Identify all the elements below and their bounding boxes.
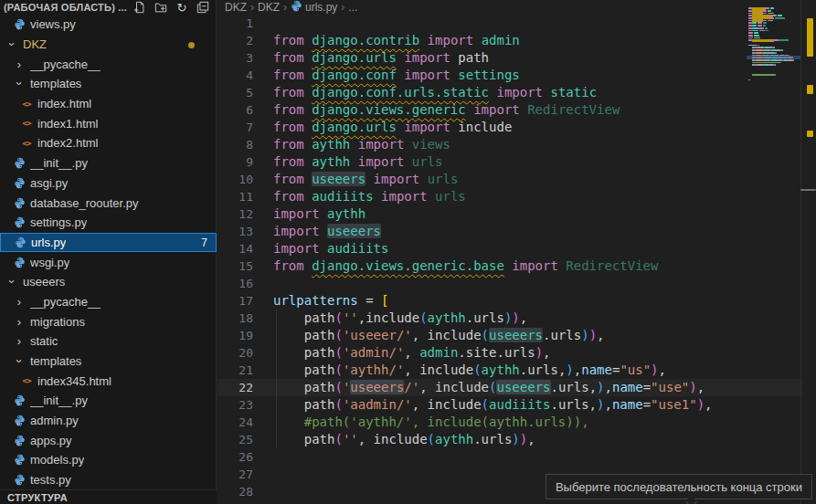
file-label: templates: [30, 354, 81, 368]
tree-file-settings.py[interactable]: settings.py: [0, 213, 217, 233]
line-number[interactable]: 2: [217, 32, 253, 49]
line-number[interactable]: 4: [217, 67, 253, 84]
line-number[interactable]: 23: [217, 396, 253, 414]
outline-section-label: СТРУКТУРА: [7, 492, 68, 503]
line-number[interactable]: 5: [217, 84, 253, 101]
breadcrumb-item[interactable]: urls.py: [305, 1, 337, 14]
code-line-8[interactable]: 8from aythh import views: [217, 136, 802, 153]
code-line-21[interactable]: 21 path('aythh/', include(aythh.urls,),n…: [217, 362, 802, 379]
code-line-23[interactable]: 23 path('aadmin/', include(audiiits.urls…: [217, 396, 802, 414]
tree-file-index.html[interactable]: <>index.html: [0, 94, 217, 114]
line-number[interactable]: 24: [217, 414, 253, 431]
tree-folder-static[interactable]: ›static: [0, 331, 217, 352]
code-line-7[interactable]: 7from django.urls import include: [217, 119, 802, 136]
code-line-2[interactable]: 2from django.contrib import admin: [217, 32, 802, 49]
file-label: models.py: [30, 453, 84, 467]
tree-file-wsgi.py[interactable]: wsgi.py: [0, 252, 217, 272]
refresh-icon[interactable]: ↻: [175, 0, 189, 15]
tree-file-urls.py[interactable]: urls.py7: [0, 233, 217, 253]
code-line-9[interactable]: 9from aythh import urls: [217, 153, 802, 171]
tree-file-tests.py[interactable]: tests.py: [0, 470, 217, 490]
tree-folder-__pycache__[interactable]: ›__pycache__: [0, 292, 217, 312]
code-line-12[interactable]: 12import aythh: [217, 205, 802, 223]
line-number[interactable]: 26: [217, 448, 253, 466]
new-file-icon[interactable]: [132, 0, 147, 15]
tree-file-__init__.py[interactable]: __init__.py: [0, 391, 217, 411]
minimap-line: [770, 7, 774, 9]
line-number[interactable]: 13: [217, 223, 253, 240]
line-number[interactable]: 15: [217, 257, 253, 275]
code-line-22[interactable]: 22 path('useeers/', include(useeers.urls…: [217, 379, 802, 396]
code-area[interactable]: 12from django.contrib import admin3from …: [217, 15, 802, 500]
code-line-15[interactable]: 15from django.views.generic.base import …: [217, 257, 802, 275]
line-number[interactable]: 28: [217, 483, 253, 500]
line-number[interactable]: 25: [217, 431, 253, 448]
code-line-16[interactable]: 16: [217, 275, 802, 292]
line-number[interactable]: 27: [217, 466, 253, 483]
line-number[interactable]: 8: [217, 136, 253, 153]
collapse-all-icon[interactable]: [196, 0, 210, 15]
tree-folder-DKZ[interactable]: ›DKZ: [0, 35, 217, 55]
minimap-line: [754, 35, 759, 37]
line-number[interactable]: 17: [217, 292, 253, 310]
tree-file-admin.py[interactable]: admin.py: [0, 411, 217, 431]
overview-ruler-scrollbar[interactable]: [800, 0, 816, 504]
line-number[interactable]: 18: [217, 310, 253, 327]
line-number[interactable]: 22: [217, 379, 253, 396]
tree-folder-templates[interactable]: ›templates: [0, 74, 217, 94]
line-number[interactable]: 7: [217, 119, 253, 136]
line-number[interactable]: 9: [217, 153, 253, 171]
new-folder-icon[interactable]: [154, 0, 168, 15]
tree-file-models.py[interactable]: models.py: [0, 450, 217, 470]
editor-pane[interactable]: DKZ›DKZ›urls.py›... 12from django.contri…: [217, 0, 816, 504]
tree-folder-migrations[interactable]: ›migrations: [0, 311, 217, 331]
tree-file-index1.html[interactable]: <>index1.html: [0, 113, 217, 133]
code-line-6[interactable]: 6from django.views.generic import Redire…: [217, 101, 802, 119]
workspace-section-header[interactable]: (РАБОЧАЯ ОБЛАСТЬ) ... ↻: [0, 0, 217, 15]
code-line-10[interactable]: 10from useeers import urls: [217, 171, 802, 188]
outline-section-header[interactable]: СТРУКТУРА: [0, 489, 217, 504]
breadcrumb-item[interactable]: DKZ: [225, 1, 247, 14]
code-line-26[interactable]: 26: [217, 448, 802, 466]
breadcrumb-item[interactable]: DKZ: [258, 1, 280, 14]
line-number[interactable]: 14: [217, 240, 253, 257]
tree-file-asgi.py[interactable]: asgi.py: [0, 173, 217, 194]
minimap-line: [752, 74, 776, 76]
line-number[interactable]: 20: [217, 344, 253, 362]
code-line-19[interactable]: 19 path('useeer/', include(useeers.urls)…: [217, 327, 802, 344]
line-number[interactable]: 11: [217, 188, 253, 205]
code-line-14[interactable]: 14import audiiits: [217, 240, 802, 257]
line-number[interactable]: 3: [217, 49, 253, 67]
line-number[interactable]: 10: [217, 171, 253, 188]
line-number[interactable]: 1: [217, 15, 253, 32]
tree-file-database_roouter.py[interactable]: database_roouter.py: [0, 193, 217, 213]
code-line-5[interactable]: 5from django.conf.urls.static import sta…: [217, 84, 802, 101]
tree-file-apps.py[interactable]: apps.py: [0, 430, 217, 450]
tree-folder-__pycache__[interactable]: ›__pycache__: [0, 54, 217, 74]
code-line-4[interactable]: 4from django.conf import settings: [217, 67, 802, 84]
breadcrumb-item[interactable]: ...: [348, 1, 357, 14]
line-number[interactable]: 21: [217, 362, 253, 379]
line-number[interactable]: 6: [217, 101, 253, 119]
code-line-24[interactable]: 24 #path('aythh/', include(aythh.urls)),: [217, 414, 802, 431]
minimap[interactable]: [747, 2, 800, 221]
line-number[interactable]: 19: [217, 327, 253, 344]
code-line-13[interactable]: 13import useeers: [217, 223, 802, 240]
tree-folder-templates[interactable]: ›templates: [0, 352, 217, 372]
tree-file-index2.html[interactable]: <>index2.html: [0, 133, 217, 153]
code-line-25[interactable]: 25 path('', include(aythh.urls)),: [217, 431, 802, 448]
line-number[interactable]: 12: [217, 205, 253, 223]
tree-file-index345.html[interactable]: <>index345.html: [0, 371, 217, 391]
code-line-20[interactable]: 20 path('admin/', admin.site.urls),: [217, 344, 802, 362]
code-line-18[interactable]: 18 path('',include(aythh.urls)),: [217, 310, 802, 327]
minimap-line: [748, 45, 758, 47]
tree-folder-useeers[interactable]: ›useeers: [0, 272, 217, 292]
tree-file-views.py[interactable]: views.py: [0, 15, 217, 35]
line-number[interactable]: 16: [217, 275, 253, 292]
code-line-1[interactable]: 1: [217, 15, 802, 32]
code-line-17[interactable]: 17urlpatterns = [: [217, 292, 802, 310]
tree-file-__init__.py[interactable]: __init__.py: [0, 153, 217, 173]
code-line-3[interactable]: 3from django.urls import path: [217, 49, 802, 67]
line-content: from django.contrib import admin: [253, 32, 520, 49]
code-line-11[interactable]: 11from audiiits import urls: [217, 188, 802, 205]
